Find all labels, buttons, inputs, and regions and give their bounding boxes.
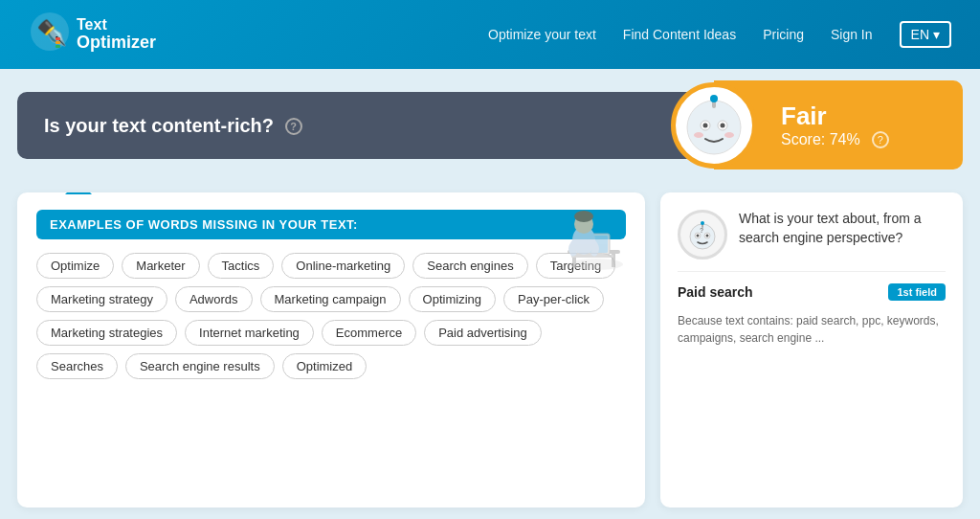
language-selector[interactable]: EN ▾	[900, 21, 951, 48]
bottom-row: EXAMPLES OF WORDS MISSING IN YOUR TEXT: …	[17, 192, 963, 508]
word-tag[interactable]: Searches	[36, 353, 118, 379]
person-illustration	[539, 192, 630, 279]
illustration	[536, 192, 632, 279]
svg-rect-4	[56, 45, 60, 48]
svg-point-26	[701, 221, 704, 225]
robot-face-svg	[679, 91, 748, 160]
word-tag[interactable]: Marketer	[122, 253, 199, 279]
logo: ✒️ Text Optimizer	[29, 11, 156, 59]
paid-search-row: Paid search 1st field	[678, 283, 946, 301]
word-tag[interactable]: Paid advertising	[424, 320, 542, 346]
main-nav: Optimize your text Find Content Ideas Pr…	[488, 21, 951, 48]
nav-optimize[interactable]: Optimize your text	[488, 27, 596, 42]
word-tag[interactable]: Marketing strategies	[36, 320, 177, 346]
word-tag[interactable]: Pay-per-click	[503, 286, 604, 312]
svg-rect-3	[56, 41, 60, 44]
word-tag[interactable]: Optimize	[36, 253, 114, 279]
word-tag[interactable]: Ecommerce	[322, 320, 416, 346]
nav-pricing[interactable]: Pricing	[763, 27, 804, 42]
svg-point-29	[697, 235, 700, 237]
topic-label: Paid search	[678, 284, 753, 300]
field-badge: 1st field	[888, 283, 946, 301]
about-robot-icon: ?	[678, 210, 727, 260]
about-description: Because text contains: paid search, ppc,…	[678, 312, 946, 347]
logo-icon: ✒️	[29, 11, 71, 59]
svg-point-11	[721, 123, 725, 127]
about-panel: ? What is your text about, from a search…	[660, 192, 963, 508]
word-tag[interactable]: Internet marketing	[185, 320, 314, 346]
score-banner: Is your text content-rich? ?	[17, 80, 963, 169]
header: ✒️ Text Optimizer Optimize your text Fin…	[0, 0, 980, 69]
chevron-down-icon: ▾	[933, 27, 940, 42]
svg-rect-2	[56, 37, 60, 40]
word-tag[interactable]: Tactics	[208, 253, 275, 279]
score-value: Score: 74% ?	[781, 131, 936, 148]
question-panel: Is your text content-rich? ?	[17, 92, 714, 159]
help-icon[interactable]: ?	[285, 118, 302, 135]
word-tag[interactable]: Marketing strategy	[36, 286, 167, 312]
svg-point-7	[710, 95, 718, 102]
nav-find-content[interactable]: Find Content Ideas	[623, 27, 736, 42]
logo-text-line2: Optimizer	[77, 34, 156, 53]
nav-sign-in[interactable]: Sign In	[831, 27, 873, 42]
logo-svg-icon: ✒️	[29, 11, 71, 53]
word-tag[interactable]: Online-marketing	[281, 253, 405, 279]
svg-point-13	[724, 132, 734, 138]
main-content: Is your text content-rich? ?	[0, 69, 980, 519]
score-rating: Fair	[781, 102, 936, 131]
logo-text: Text Optimizer	[77, 16, 156, 52]
svg-text:?: ?	[700, 227, 703, 234]
about-robot-svg: ?	[685, 217, 720, 252]
svg-point-10	[703, 123, 708, 127]
word-tag[interactable]: Search engine results	[125, 353, 275, 379]
svg-point-5	[687, 101, 741, 154]
svg-text:✒️: ✒️	[36, 17, 68, 48]
score-help-icon[interactable]: ?	[872, 131, 889, 148]
word-tag[interactable]: Optimized	[282, 353, 368, 379]
about-top: ? What is your text about, from a search…	[678, 210, 946, 260]
svg-point-30	[706, 235, 709, 237]
word-tag[interactable]: Adwords	[175, 286, 253, 312]
logo-text-line1: Text	[77, 16, 156, 34]
word-tag[interactable]: Optimizing	[409, 286, 496, 312]
word-tag[interactable]: Marketing campaign	[260, 286, 401, 312]
score-question: Is your text content-rich? ?	[44, 113, 687, 138]
words-panel: EXAMPLES OF WORDS MISSING IN YOUR TEXT: …	[17, 192, 645, 508]
word-tag[interactable]: Search engines	[412, 253, 527, 279]
svg-point-23	[574, 211, 593, 222]
divider	[678, 271, 946, 272]
about-question: What is your text about, from a search e…	[739, 210, 946, 247]
robot-avatar	[671, 82, 757, 169]
svg-point-12	[694, 132, 703, 138]
